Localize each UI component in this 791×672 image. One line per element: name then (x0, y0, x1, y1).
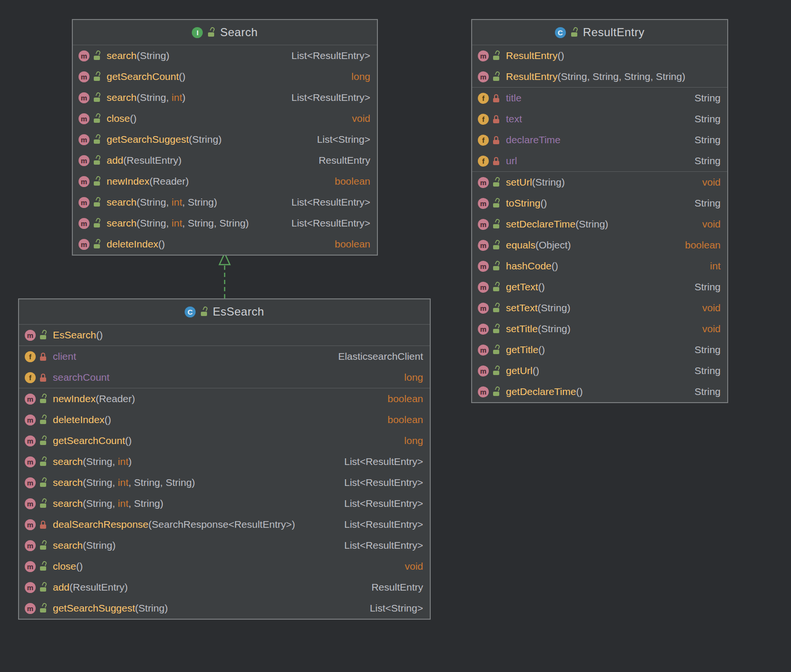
private-lock-icon (493, 94, 500, 102)
signature-segment: (String, (137, 197, 172, 208)
method-icon: m (79, 134, 89, 145)
member-row[interactable]: fsearchCountlong (19, 367, 430, 388)
member-row[interactable]: msearch(String, int, String)List<ResultE… (19, 493, 430, 514)
method-icon: m (25, 394, 36, 405)
member-row[interactable]: mdealSearchResponse(SearchResponse<Resul… (19, 514, 430, 535)
member-row[interactable]: ftextString (472, 109, 727, 129)
class-box-resultentry[interactable]: C ResultEntry mResultEntry()mResultEntry… (471, 19, 728, 403)
public-lock-icon (493, 220, 500, 228)
signature-segment: getTitle (506, 344, 538, 355)
class-header[interactable]: C EsSearch (19, 299, 430, 325)
member-row[interactable]: mhashCode()int (472, 256, 727, 277)
member-row[interactable]: mgetSearchSuggest(String)List<String> (73, 129, 377, 150)
member-signature: add(ResultEntry) (107, 155, 182, 166)
signature-segment: close (107, 113, 130, 124)
field-icon: f (478, 135, 489, 146)
signature-segment: getSearchCount (107, 71, 179, 82)
member-row[interactable]: mclose()void (19, 556, 430, 577)
member-rows: msearch(String)List<ResultEntry>mgetSear… (73, 45, 377, 255)
method-icon: m (25, 582, 36, 593)
member-row[interactable]: mgetSearchSuggest(String)List<String> (19, 598, 430, 619)
signature-segment: setDeclareTime (506, 218, 575, 229)
member-row[interactable]: msearch(String, int)List<ResultEntry> (73, 87, 377, 108)
method-icon: m (25, 477, 36, 488)
public-lock-icon (493, 199, 500, 208)
type-segment: boolean (387, 414, 423, 425)
member-row[interactable]: msearch(String)List<ResultEntry> (19, 535, 430, 556)
member-row[interactable]: mResultEntry() (472, 45, 727, 66)
signature-segment: search (53, 477, 83, 488)
member-row[interactable]: mdeleteIndex()boolean (73, 234, 377, 255)
member-row[interactable]: furlString (472, 150, 727, 171)
public-lock-icon (40, 479, 47, 487)
member-row[interactable]: msearch(String, int, String)List<ResultE… (73, 192, 377, 213)
member-signature: getTitle() (506, 344, 545, 356)
signature-segment: getText (506, 281, 538, 292)
diagram-canvas[interactable]: { "palette": { "canvas_bg": "#2B2D30", "… (0, 0, 791, 672)
signature-segment: (String) (137, 50, 169, 61)
member-row[interactable]: mgetUrl()String (472, 360, 727, 381)
member-signature: text (506, 113, 522, 125)
member-row[interactable]: mgetDeclareTime()String (472, 381, 727, 402)
type-segment: List<ResultEntry> (344, 477, 423, 488)
signature-segment: search (53, 540, 83, 551)
member-row[interactable]: fdeclareTimeString (472, 129, 727, 150)
member-row[interactable]: mgetSearchCount()long (19, 430, 430, 451)
member-row[interactable]: ftitleString (472, 88, 727, 109)
member-row[interactable]: mgetSearchCount()long (73, 66, 377, 87)
member-row[interactable]: fclientElasticsearchClient (19, 346, 430, 367)
signature-segment: int (172, 217, 182, 228)
signature-segment: text (506, 113, 522, 124)
member-row[interactable]: msetTitle(String)void (472, 318, 727, 339)
signature-segment: (String) (83, 540, 116, 551)
type-segment: String (694, 92, 721, 103)
member-signature: setTitle(String) (506, 323, 571, 335)
member-row[interactable]: msearch(String, int, String, String)List… (19, 472, 430, 493)
type-segment: ResultEntry (318, 155, 370, 166)
member-row[interactable]: msetText(String)void (472, 297, 727, 318)
public-lock-icon (493, 388, 500, 396)
member-row[interactable]: mequals(Object)boolean (472, 235, 727, 256)
method-icon: m (478, 282, 489, 293)
type-segment: List<ResultEntry> (291, 197, 370, 208)
method-icon: m (79, 71, 89, 82)
member-row[interactable]: mdeleteIndex()boolean (19, 409, 430, 430)
public-lock-icon (94, 73, 100, 81)
member-row[interactable]: mnewIndex(Reader)boolean (73, 171, 377, 192)
member-row[interactable]: msetDeclareTime(String)void (472, 214, 727, 235)
class-header[interactable]: C ResultEntry (472, 20, 727, 45)
signature-segment: getSearchCount (53, 435, 125, 446)
member-row[interactable]: madd(ResultEntry)ResultEntry (19, 577, 430, 598)
class-box-essearch[interactable]: C EsSearch mEsSearch()fclientElasticsear… (18, 298, 431, 620)
public-lock-icon (493, 241, 500, 249)
member-row[interactable]: msearch(String, int, String, String)List… (73, 213, 377, 234)
member-row[interactable]: msearch(String, int)List<ResultEntry> (19, 451, 430, 472)
member-row[interactable]: mnewIndex(Reader)boolean (19, 388, 430, 409)
member-row[interactable]: msearch(String)List<ResultEntry> (73, 45, 377, 66)
public-lock-icon (40, 604, 47, 613)
signature-segment: () (130, 113, 137, 124)
signature-segment: (Object) (535, 239, 571, 250)
member-row[interactable]: mclose()void (73, 108, 377, 129)
type-segment: List<ResultEntry> (344, 519, 423, 530)
class-box-search[interactable]: I Search msearch(String)List<ResultEntry… (72, 19, 378, 256)
member-row[interactable]: mtoString()String (472, 193, 727, 214)
class-header[interactable]: I Search (73, 20, 377, 45)
member-signature: dealSearchResponse(SearchResponse<Result… (53, 519, 295, 530)
member-signature: ResultEntry() (506, 50, 564, 61)
member-row[interactable]: madd(ResultEntry)ResultEntry (73, 150, 377, 171)
member-signature: getSearchSuggest(String) (107, 134, 222, 145)
signature-segment: () (179, 71, 186, 82)
type-segment: List<ResultEntry> (291, 50, 370, 61)
member-signature: getText() (506, 281, 545, 293)
member-signature: search(String, int) (107, 92, 186, 103)
method-icon: m (478, 177, 489, 188)
member-row[interactable]: mgetTitle()String (472, 339, 727, 360)
member-row[interactable]: mResultEntry(String, String, String, Str… (472, 66, 727, 87)
member-row[interactable]: msetUrl(String)void (472, 172, 727, 193)
member-row[interactable]: mEsSearch() (19, 325, 430, 346)
member-row[interactable]: mgetText()String (472, 277, 727, 297)
member-signature: toString() (506, 198, 547, 209)
member-type: ElasticsearchClient (328, 351, 430, 362)
member-type: long (395, 435, 430, 446)
